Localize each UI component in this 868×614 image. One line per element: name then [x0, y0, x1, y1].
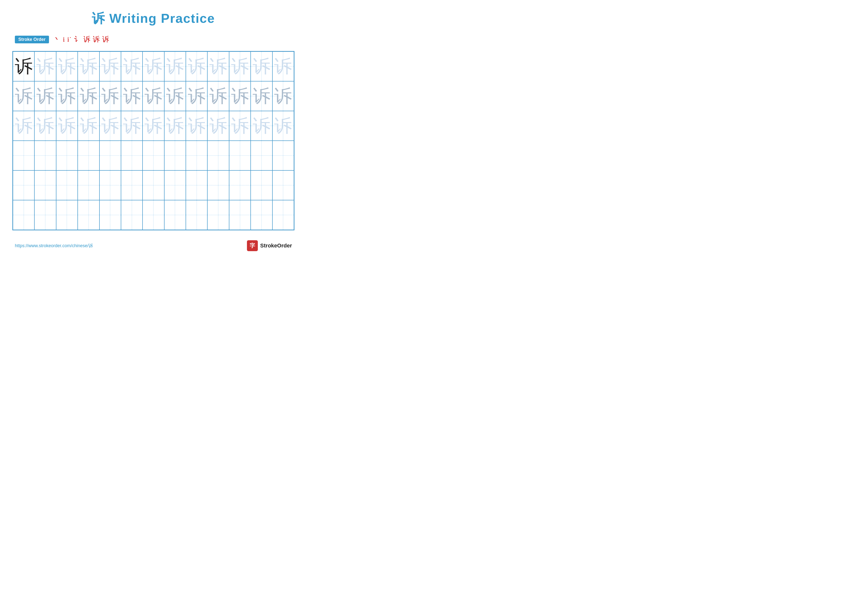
grid-cell[interactable] — [164, 200, 186, 230]
grid-cell[interactable] — [207, 141, 229, 170]
grid-cell[interactable] — [78, 170, 99, 200]
writing-grid: 诉 诉 诉 诉 诉 诉 诉 诉 诉 诉 诉 诉 诉 诉 诉 诉 诉 — [12, 51, 294, 230]
practice-char: 诉 — [123, 58, 141, 75]
grid-cell[interactable]: 诉 — [34, 81, 56, 111]
practice-char: 诉 — [15, 58, 33, 75]
grid-cell[interactable]: 诉 — [273, 51, 294, 81]
grid-cell[interactable] — [251, 170, 272, 200]
grid-cell[interactable] — [34, 141, 56, 170]
grid-cell[interactable]: 诉 — [207, 111, 229, 141]
grid-cell[interactable]: 诉 — [13, 51, 34, 81]
grid-cell[interactable]: 诉 — [99, 111, 121, 141]
grid-cell[interactable] — [186, 170, 207, 200]
grid-cell[interactable]: 诉 — [56, 81, 78, 111]
grid-cell[interactable]: 诉 — [121, 81, 143, 111]
practice-char: 诉 — [209, 87, 227, 105]
grid-cell[interactable]: 诉 — [207, 51, 229, 81]
grid-cell[interactable] — [56, 141, 78, 170]
grid-cell[interactable]: 诉 — [34, 51, 56, 81]
practice-char: 诉 — [144, 58, 162, 75]
practice-char: 诉 — [274, 87, 292, 105]
grid-cell[interactable]: 诉 — [273, 111, 294, 141]
grid-cell[interactable] — [186, 200, 207, 230]
grid-cell[interactable]: 诉 — [143, 51, 164, 81]
grid-cell[interactable] — [13, 141, 34, 170]
grid-cell[interactable] — [121, 141, 143, 170]
grid-cell[interactable] — [273, 200, 294, 230]
grid-cell[interactable]: 诉 — [78, 51, 99, 81]
grid-cell[interactable] — [78, 200, 99, 230]
grid-cell[interactable] — [121, 200, 143, 230]
grid-cell[interactable] — [207, 170, 229, 200]
grid-cell[interactable]: 诉 — [186, 111, 207, 141]
grid-cell[interactable] — [121, 170, 143, 200]
practice-char: 诉 — [209, 58, 227, 75]
grid-cell[interactable] — [99, 200, 121, 230]
grid-cell[interactable]: 诉 — [13, 81, 34, 111]
grid-cell[interactable] — [229, 170, 251, 200]
grid-cell[interactable] — [34, 170, 56, 200]
grid-cell[interactable]: 诉 — [164, 81, 186, 111]
footer-url[interactable]: https://www.strokeorder.com/chinese/诉 — [15, 243, 93, 249]
practice-char: 诉 — [166, 58, 184, 75]
practice-char: 诉 — [123, 117, 141, 135]
grid-cell[interactable]: 诉 — [164, 111, 186, 141]
grid-cell[interactable]: 诉 — [121, 51, 143, 81]
grid-cell[interactable] — [143, 200, 164, 230]
grid-cell[interactable]: 诉 — [164, 51, 186, 81]
grid-cell[interactable]: 诉 — [78, 81, 99, 111]
grid-cell[interactable] — [143, 141, 164, 170]
practice-char: 诉 — [58, 117, 76, 135]
grid-cell[interactable]: 诉 — [56, 51, 78, 81]
grid-cell[interactable] — [99, 170, 121, 200]
practice-char: 诉 — [188, 87, 206, 105]
grid-cell[interactable] — [143, 170, 164, 200]
grid-cell[interactable] — [229, 141, 251, 170]
grid-cell[interactable] — [78, 141, 99, 170]
grid-cell[interactable] — [207, 200, 229, 230]
grid-cell[interactable]: 诉 — [13, 111, 34, 141]
practice-char: 诉 — [36, 58, 54, 75]
grid-cell[interactable] — [273, 170, 294, 200]
grid-cell[interactable]: 诉 — [207, 81, 229, 111]
grid-cell[interactable]: 诉 — [99, 81, 121, 111]
practice-char: 诉 — [231, 58, 249, 75]
grid-cell[interactable]: 诉 — [229, 81, 251, 111]
grid-cell[interactable] — [251, 141, 272, 170]
grid-cell[interactable]: 诉 — [229, 111, 251, 141]
practice-char: 诉 — [80, 58, 98, 75]
grid-cell[interactable] — [99, 141, 121, 170]
grid-cell[interactable]: 诉 — [34, 111, 56, 141]
grid-cell[interactable] — [273, 141, 294, 170]
grid-cell[interactable] — [56, 170, 78, 200]
logo-icon: 字 — [247, 240, 258, 251]
grid-cell[interactable] — [56, 200, 78, 230]
grid-cell[interactable]: 诉 — [273, 81, 294, 111]
grid-cell[interactable]: 诉 — [143, 81, 164, 111]
logo-text: StrokeOrder — [260, 242, 292, 249]
grid-cell[interactable] — [13, 200, 34, 230]
grid-cell[interactable] — [164, 141, 186, 170]
grid-cell[interactable]: 诉 — [229, 51, 251, 81]
stroke-order-badge: Stroke Order — [15, 36, 49, 44]
grid-cell[interactable] — [229, 200, 251, 230]
grid-cell[interactable]: 诉 — [78, 111, 99, 141]
grid-cell[interactable] — [13, 170, 34, 200]
grid-cell[interactable]: 诉 — [186, 81, 207, 111]
grid-cell[interactable] — [186, 141, 207, 170]
grid-cell[interactable]: 诉 — [56, 111, 78, 141]
practice-char: 诉 — [58, 87, 76, 105]
grid-cell[interactable]: 诉 — [251, 81, 272, 111]
grid-cell[interactable] — [251, 200, 272, 230]
practice-char: 诉 — [36, 87, 54, 105]
practice-char: 诉 — [274, 58, 292, 75]
grid-cell[interactable]: 诉 — [251, 51, 272, 81]
grid-cell[interactable]: 诉 — [121, 111, 143, 141]
grid-cell[interactable]: 诉 — [251, 111, 272, 141]
stroke-1: 丶 — [53, 35, 60, 44]
grid-cell[interactable] — [34, 200, 56, 230]
grid-cell[interactable] — [164, 170, 186, 200]
grid-cell[interactable]: 诉 — [99, 51, 121, 81]
grid-cell[interactable]: 诉 — [186, 51, 207, 81]
grid-cell[interactable]: 诉 — [143, 111, 164, 141]
